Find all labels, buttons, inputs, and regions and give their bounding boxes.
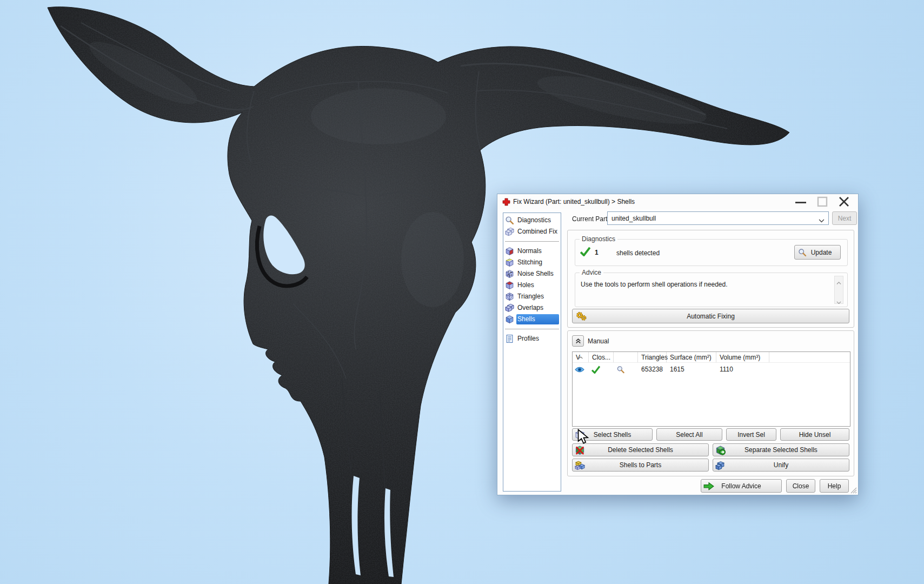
column-header-surface-mm[interactable]: Surface (mm²) <box>667 352 716 362</box>
column-header-label: Triangles <box>641 354 668 361</box>
fix-pages-list: DiagnosticsCombined FixNormalsStitchingN… <box>503 213 561 492</box>
shell-row[interactable]: 65323816151110 <box>573 363 850 376</box>
column-header-clos[interactable]: Clos... <box>589 352 614 362</box>
column-header-filler <box>769 352 850 362</box>
chevron-up-icon[interactable] <box>836 278 841 282</box>
current-part-combobox[interactable]: united_skullbull <box>607 211 829 225</box>
sidebar-item-diagnostics[interactable]: Diagnostics <box>504 215 560 226</box>
sidebar-item-label: Overlaps <box>516 303 559 313</box>
button-label: Unify <box>774 461 788 469</box>
shells-to-parts-button[interactable]: Shells to Parts <box>572 459 709 472</box>
sidebar-separator <box>505 241 559 242</box>
advice-scrollbar[interactable] <box>834 276 843 304</box>
mouse-cursor <box>577 429 589 443</box>
button-label: Invert Sel <box>737 431 765 439</box>
update-button[interactable]: Update <box>794 245 841 260</box>
column-header-label: Clos... <box>592 354 610 361</box>
cube-stitching-icon <box>505 258 514 267</box>
automatic-fixing-label: Automatic Fixing <box>687 313 735 320</box>
hide-unsel-button[interactable]: Hide Unsel <box>780 428 849 441</box>
visible-cell[interactable] <box>573 363 589 376</box>
closed-cell[interactable] <box>589 363 614 376</box>
combined-fix-icon <box>505 227 514 236</box>
manual-collapse-button[interactable] <box>572 335 584 347</box>
dialog-title: Fix Wizard (Part: united_skullbull) > Sh… <box>513 198 635 205</box>
volume-cell: 1110 <box>716 363 769 376</box>
resize-grip[interactable] <box>848 485 857 494</box>
dialog-titlebar[interactable]: Fix Wizard (Part: united_skullbull) > Sh… <box>497 194 858 209</box>
sidebar-item-label: Normals <box>516 246 559 256</box>
unify-button[interactable]: Unify <box>713 459 849 472</box>
shells-table-header: VClos...TrianglesSurface (mm²)Volume (mm… <box>573 352 850 363</box>
chevron-down-icon[interactable] <box>836 298 841 301</box>
manual-label: Manual <box>588 337 609 345</box>
triangles-cell: 653238 <box>638 363 667 376</box>
sidebar-item-shells[interactable]: Shells <box>504 314 560 325</box>
shell-convert-buttons: Shells to PartsUnify <box>572 459 849 472</box>
chevron-down-icon <box>819 217 825 221</box>
column-header-triangles[interactable]: Triangles <box>638 352 667 362</box>
magnifier-icon <box>798 248 807 257</box>
separate-shells-icon <box>715 445 726 455</box>
advice-text: Use the tools to perform shell operation… <box>581 281 828 288</box>
minimize-button[interactable] <box>790 195 812 208</box>
sidebar-item-noise-shells[interactable]: Noise Shells <box>504 268 560 280</box>
gears-icon <box>575 311 588 322</box>
check-icon <box>591 366 601 374</box>
sidebar-item-combined-fix[interactable]: Combined Fix <box>504 226 560 237</box>
diagnostics-groupbox: Diagnostics 1 shells detected Update <box>575 239 848 266</box>
shell-selection-buttons: Select ShellsSelect AllInvert SelHide Un… <box>572 428 849 441</box>
diagnostics-group-label: Diagnostics <box>580 235 617 243</box>
sidebar-item-triangles[interactable]: Triangles <box>504 291 560 302</box>
automatic-fixing-button[interactable]: Automatic Fixing <box>572 309 849 323</box>
button-label: Delete Selected Shells <box>608 446 673 454</box>
zoom-cell[interactable] <box>614 363 638 376</box>
column-header-volume-mm[interactable]: Volume (mm³) <box>716 352 769 362</box>
shells-table[interactable]: VClos...TrianglesSurface (mm²)Volume (mm… <box>572 351 850 427</box>
fix-wizard-dialog: Fix Wizard (Part: united_skullbull) > Sh… <box>497 194 859 495</box>
close-dialog-button[interactable]: Close <box>786 479 815 493</box>
button-label: Select All <box>676 431 702 439</box>
sidebar-item-label: Noise Shells <box>516 269 559 279</box>
cube-normals-icon <box>505 247 514 256</box>
sidebar-item-label: Combined Fix <box>516 227 559 237</box>
sidebar-item-overlaps[interactable]: Overlaps <box>504 302 560 314</box>
current-part-value: united_skullbull <box>611 215 656 222</box>
sort-ascending-icon <box>578 353 583 355</box>
help-button[interactable]: Help <box>820 479 849 493</box>
double-chevron-up-icon <box>575 338 581 344</box>
sidebar-item-normals[interactable]: Normals <box>504 245 560 257</box>
cube-noise-icon <box>505 269 514 278</box>
cube-overlaps-icon <box>505 303 514 313</box>
separate-selected-shells-button[interactable]: Separate Selected Shells <box>713 443 849 456</box>
select-all-button[interactable]: Select All <box>656 428 722 441</box>
sidebar-item-profiles[interactable]: Profiles <box>504 333 560 344</box>
sidebar-item-holes[interactable]: Holes <box>504 280 560 291</box>
sidebar-item-stitching[interactable]: Stitching <box>504 257 560 268</box>
advice-group-label: Advice <box>580 269 603 276</box>
magnifier-icon[interactable] <box>616 366 626 374</box>
next-button[interactable]: Next <box>832 211 857 225</box>
follow-advice-button[interactable]: Follow Advice <box>701 479 782 493</box>
green-arrow-icon <box>703 482 714 490</box>
diagnostics-advice-panel: Diagnostics 1 shells detected Update Adv… <box>567 230 854 328</box>
fix-wizard-red-cross-icon <box>502 198 510 206</box>
sidebar-separator <box>505 329 559 329</box>
close-button[interactable] <box>833 195 855 208</box>
delete-selected-shells-button[interactable]: Delete Selected Shells <box>572 443 709 456</box>
surface-cell: 1615 <box>667 363 716 376</box>
maximize-button[interactable] <box>812 195 833 208</box>
invert-sel-button[interactable]: Invert Sel <box>726 428 776 441</box>
eye-icon[interactable] <box>575 366 584 374</box>
diagnostics-icon <box>505 216 514 225</box>
button-label: Hide Unsel <box>799 431 831 439</box>
column-header-zoom[interactable] <box>614 352 638 362</box>
cube-holes-icon <box>505 281 514 290</box>
sidebar-item-label: Stitching <box>516 257 559 268</box>
column-header-v[interactable]: V <box>573 352 589 362</box>
shells-to-parts-icon <box>575 460 585 470</box>
manual-panel: Manual VClos...TrianglesSurface (mm²)Vol… <box>567 330 854 476</box>
cube-shells-icon <box>505 315 514 324</box>
check-icon <box>580 247 591 256</box>
current-part-label: Current Part: <box>572 215 609 223</box>
